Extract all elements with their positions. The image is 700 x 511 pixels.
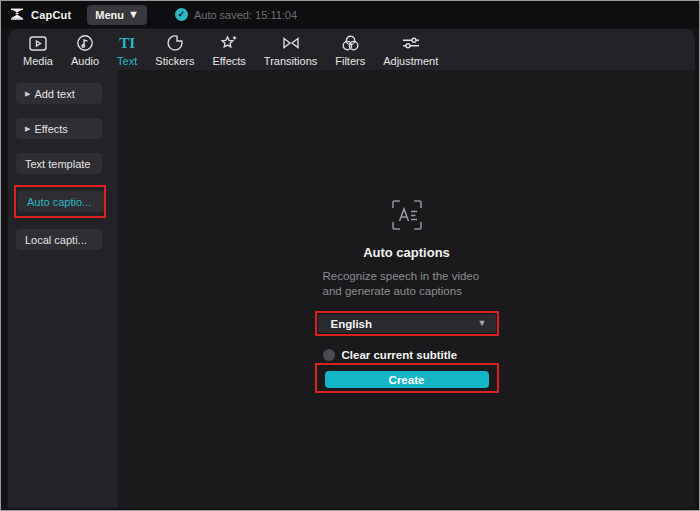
autosave-status: ✓ Auto saved: 15:11:04 <box>175 8 297 21</box>
tab-label: Text <box>117 55 137 67</box>
create-highlight-box: Create <box>315 363 499 393</box>
tab-label: Adjustment <box>383 55 438 67</box>
menu-button[interactable]: Menu ▼ <box>87 5 147 25</box>
language-selected-value: English <box>331 318 373 330</box>
adjustment-icon <box>401 34 421 53</box>
chevron-down-icon: ▼ <box>128 9 139 20</box>
sidebar-item-effects[interactable]: ▶ Effects <box>16 118 102 139</box>
auto-captions-frame-icon <box>390 198 424 232</box>
language-highlight-box: English ▼ <box>315 311 499 336</box>
tab-text[interactable]: TI Text <box>108 29 146 70</box>
auto-captions-panel: Auto captions Recognize speech in the vi… <box>118 70 695 508</box>
tab-label: Transitions <box>264 55 317 67</box>
autosave-text: Auto saved: 15:11:04 <box>194 9 297 21</box>
check-circle-icon: ✓ <box>175 8 188 21</box>
description-line: and generate auto captions <box>323 284 499 299</box>
menu-button-label: Menu <box>95 9 124 21</box>
circle-unchecked-icon[interactable] <box>323 349 335 361</box>
sidebar-item-text-template[interactable]: Text template <box>16 153 102 174</box>
panel-description: Recognize speech in the video and genera… <box>315 269 499 299</box>
card-body: ▶ Add text ▶ Effects Text template Auto … <box>8 70 695 508</box>
tab-label: Media <box>23 55 53 67</box>
transitions-icon <box>281 34 301 53</box>
auto-captions-highlight-box: Auto captio... <box>14 185 106 218</box>
auto-captions-column: Auto captions Recognize speech in the vi… <box>315 70 499 393</box>
effects-icon <box>219 34 239 53</box>
sidebar-item-local-captions[interactable]: Local capti... <box>16 229 102 250</box>
media-type-toolbar: Media Audio TI Text Stickers <box>8 29 695 70</box>
tab-adjustment[interactable]: Adjustment <box>374 29 447 70</box>
panel-title: Auto captions <box>315 245 499 260</box>
tab-label: Audio <box>71 55 99 67</box>
app-title: CapCut <box>31 9 71 21</box>
triangle-right-icon: ▶ <box>25 90 30 97</box>
filters-icon <box>341 34 360 53</box>
tab-label: Effects <box>212 55 245 67</box>
description-line: Recognize speech in the video <box>323 269 499 284</box>
clear-subtitle-option[interactable]: Clear current subtitle <box>315 349 499 361</box>
workspace-panel: Media Audio TI Text Stickers <box>8 29 695 508</box>
language-dropdown[interactable]: English ▼ <box>318 314 496 333</box>
clear-subtitle-label: Clear current subtitle <box>342 349 458 361</box>
sidebar-item-auto-captions[interactable]: Auto captio... <box>18 191 104 212</box>
tab-audio[interactable]: Audio <box>62 29 108 70</box>
triangle-right-icon: ▶ <box>25 125 30 132</box>
create-button[interactable]: Create <box>325 371 489 388</box>
tab-media[interactable]: Media <box>14 29 62 70</box>
capcut-window: CapCut Menu ▼ ✓ Auto saved: 15:11:04 Med… <box>0 0 700 511</box>
chevron-down-icon: ▼ <box>478 319 487 328</box>
tab-label: Filters <box>335 55 365 67</box>
tab-filters[interactable]: Filters <box>326 29 374 70</box>
sidebar-item-add-text[interactable]: ▶ Add text <box>16 83 102 104</box>
text-icon: TI <box>119 34 135 53</box>
audio-icon <box>76 34 94 53</box>
tab-stickers[interactable]: Stickers <box>146 29 203 70</box>
tab-label: Stickers <box>155 55 194 67</box>
media-icon <box>28 34 48 53</box>
capcut-logo-icon <box>10 8 25 21</box>
tab-transitions[interactable]: Transitions <box>255 29 326 70</box>
top-bar: CapCut Menu ▼ ✓ Auto saved: 15:11:04 <box>1 1 699 28</box>
tab-effects[interactable]: Effects <box>203 29 254 70</box>
stickers-icon <box>166 34 184 53</box>
text-sidebar: ▶ Add text ▶ Effects Text template Auto … <box>8 70 118 508</box>
